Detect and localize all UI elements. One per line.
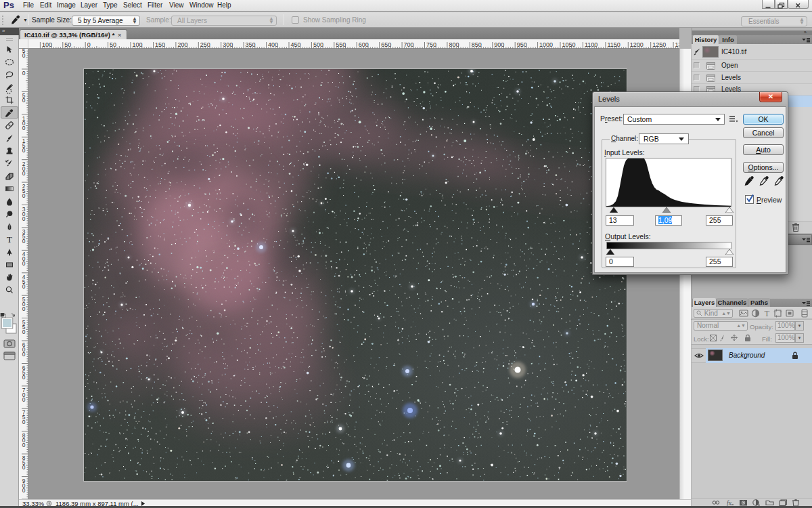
svg-text:1200: 1200 (630, 41, 644, 48)
svg-text:950: 950 (517, 41, 527, 48)
svg-text:250: 250 (200, 41, 210, 48)
svg-text:400: 400 (268, 41, 278, 48)
svg-text:1100: 1100 (585, 41, 597, 48)
svg-text:0: 0 (22, 374, 26, 381)
svg-text:1250: 1250 (652, 41, 666, 48)
svg-text:350: 350 (246, 41, 256, 48)
svg-text:0: 0 (22, 238, 26, 245)
svg-text:1150: 1150 (607, 41, 620, 48)
svg-text:0: 0 (22, 396, 26, 403)
svg-text:900: 900 (494, 41, 504, 48)
svg-text:550: 550 (336, 41, 346, 48)
svg-text:1050: 1050 (562, 41, 576, 48)
svg-text:0: 0 (22, 329, 26, 335)
svg-text:100: 100 (133, 41, 143, 48)
svg-text:0: 0 (22, 125, 26, 131)
svg-text:T: T (7, 234, 12, 245)
svg-text:200: 200 (177, 41, 187, 48)
svg-text:0: 0 (22, 283, 26, 290)
svg-text:0: 0 (22, 215, 26, 222)
svg-text:50: 50 (64, 41, 71, 48)
svg-text:0: 0 (22, 351, 26, 358)
svg-text:0: 0 (22, 305, 26, 312)
svg-text:0: 0 (22, 52, 26, 59)
svg-text:450: 450 (291, 41, 301, 48)
svg-text:800: 800 (449, 41, 459, 48)
svg-text:650: 650 (381, 41, 391, 48)
svg-text:0: 0 (22, 464, 26, 471)
svg-text:100: 100 (42, 41, 52, 48)
svg-text:1300: 1300 (675, 41, 679, 48)
svg-text:1000: 1000 (539, 41, 553, 48)
svg-text:150: 150 (155, 41, 165, 48)
svg-text:500: 500 (313, 41, 323, 48)
svg-text:T: T (765, 309, 770, 318)
svg-text:0: 0 (22, 260, 26, 267)
svg-text:0: 0 (22, 419, 26, 425)
svg-text:50: 50 (110, 41, 116, 48)
svg-text:0: 0 (22, 147, 26, 154)
svg-text:0: 0 (22, 70, 26, 77)
svg-text:850: 850 (472, 41, 482, 48)
svg-text:300: 300 (223, 41, 233, 48)
svg-text:0: 0 (22, 170, 26, 177)
svg-text:750: 750 (426, 41, 436, 48)
svg-text:0: 0 (87, 41, 91, 48)
svg-text:0: 0 (22, 442, 26, 448)
svg-text:fx: fx (727, 500, 732, 507)
svg-text:0: 0 (22, 487, 26, 494)
svg-text:600: 600 (359, 41, 369, 48)
svg-text:0: 0 (22, 97, 26, 104)
svg-text:700: 700 (404, 41, 414, 48)
svg-text:0: 0 (22, 192, 26, 199)
